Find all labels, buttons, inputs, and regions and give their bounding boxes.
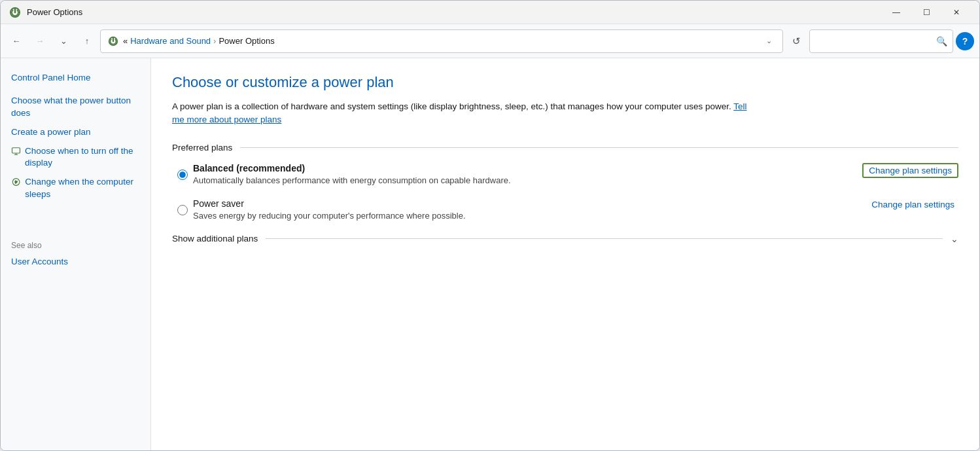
plan-balanced-info: Balanced (recommended) Automatically bal… (193, 163, 862, 187)
sleep-icon (11, 176, 21, 188)
window-controls: — ☐ ✕ (881, 2, 971, 23)
page-description: A power plan is a collection of hardware… (172, 100, 761, 127)
sidebar: Control Panel Home Choose what the power… (1, 58, 151, 450)
sidebar-label-create-plan: Create a power plan (11, 126, 91, 139)
breadcrumb: « Hardware and Sound › Power Options (123, 36, 758, 46)
search-box[interactable]: 🔍 (809, 29, 953, 53)
power-options-window: Power Options — ☐ ✕ ← → ⌄ ↑ « Hardware a… (0, 0, 980, 451)
sidebar-label-turn-off-display: Choose when to turn off the display (25, 145, 140, 170)
close-button[interactable]: ✕ (941, 2, 971, 23)
preferred-plans-header: Preferred plans (172, 143, 958, 153)
refresh-button[interactable]: ↺ (786, 31, 807, 52)
search-input[interactable] (815, 36, 934, 46)
plan-balanced-name: Balanced (recommended) (193, 163, 862, 173)
change-settings-power-saver[interactable]: Change plan settings (867, 198, 958, 211)
content-area: Choose or customize a power plan A power… (151, 58, 979, 450)
dropdown-button[interactable]: ⌄ (53, 31, 74, 52)
sidebar-power-button[interactable]: Choose what the power button does (1, 92, 150, 123)
show-additional-plans[interactable]: Show additional plans ⌄ (172, 234, 958, 244)
breadcrumb-power-options: Power Options (219, 36, 274, 46)
radio-balanced[interactable] (177, 170, 188, 180)
sidebar-turn-off-display[interactable]: Choose when to turn off the display (1, 142, 150, 173)
plan-power-saver-name: Power saver (193, 198, 867, 209)
plan-power-saver-desc: Saves energy by reducing your computer's… (193, 210, 867, 222)
sidebar-create-plan[interactable]: Create a power plan (1, 123, 150, 142)
preferred-plans-label: Preferred plans (172, 143, 232, 153)
radio-power-saver[interactable] (177, 205, 188, 215)
plan-power-saver-info: Power saver Saves energy by reducing you… (193, 198, 867, 222)
address-box[interactable]: « Hardware and Sound › Power Options ⌄ (100, 29, 783, 53)
address-dropdown-icon[interactable]: ⌄ (762, 35, 776, 46)
display-icon (11, 145, 21, 157)
window-icon (9, 6, 22, 19)
plan-balanced-radio-area: Balanced (recommended) Automatically bal… (177, 163, 862, 187)
page-desc-text: A power plan is a collection of hardware… (172, 101, 731, 111)
sidebar-user-accounts[interactable]: User Accounts (1, 253, 150, 272)
show-additional-label: Show additional plans (172, 234, 258, 244)
sidebar-computer-sleeps[interactable]: Change when the computer sleeps (1, 173, 150, 204)
breadcrumb-separator: « (123, 36, 128, 46)
plan-row-balanced: Balanced (recommended) Automatically bal… (172, 163, 958, 187)
minimize-button[interactable]: — (881, 2, 911, 23)
sidebar-label-computer-sleeps: Change when the computer sleeps (25, 176, 140, 201)
breadcrumb-hardware[interactable]: Hardware and Sound (130, 36, 211, 46)
section-divider (240, 147, 958, 148)
change-settings-balanced[interactable]: Change plan settings (862, 163, 958, 178)
search-icon[interactable]: 🔍 (936, 36, 947, 46)
sidebar-label-user-accounts: User Accounts (11, 256, 68, 268)
breadcrumb-icon (107, 35, 119, 47)
plan-row-power-saver: Power saver Saves energy by reducing you… (172, 198, 958, 222)
window-title: Power Options (27, 7, 881, 17)
chevron-down-icon: ⌄ (951, 234, 958, 244)
additional-plans-divider (266, 238, 943, 239)
see-also-label: See also (1, 230, 150, 253)
addressbar: ← → ⌄ ↑ « Hardware and Sound › Power Opt… (1, 24, 979, 58)
titlebar: Power Options — ☐ ✕ (1, 1, 979, 24)
main-area: Control Panel Home Choose what the power… (1, 58, 979, 450)
maximize-button[interactable]: ☐ (911, 2, 941, 23)
plan-power-saver-radio-area: Power saver Saves energy by reducing you… (177, 198, 867, 222)
sidebar-label-control-panel-home: Control Panel Home (11, 72, 91, 84)
help-button[interactable]: ? (956, 32, 974, 50)
breadcrumb-nav-sep: › (213, 36, 216, 46)
svg-rect-4 (12, 147, 20, 153)
sidebar-label-power-button: Choose what the power button does (11, 95, 140, 120)
back-button[interactable]: ← (6, 31, 27, 52)
page-title: Choose or customize a power plan (172, 74, 958, 91)
up-button[interactable]: ↑ (77, 31, 97, 52)
plan-balanced-desc: Automatically balances performance with … (193, 175, 862, 187)
forward-button[interactable]: → (29, 31, 50, 52)
sidebar-control-panel-home[interactable]: Control Panel Home (1, 69, 150, 88)
